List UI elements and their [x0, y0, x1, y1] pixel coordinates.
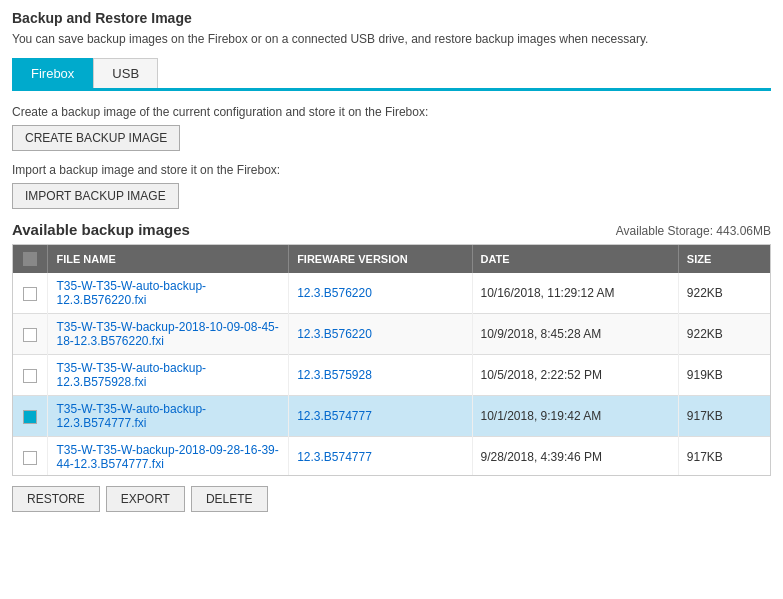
import-backup-button[interactable]: IMPORT BACKUP IMAGE [12, 183, 179, 209]
restore-button[interactable]: RESTORE [12, 486, 100, 512]
import-section-label: Import a backup image and store it on th… [12, 163, 771, 177]
tab-usb[interactable]: USB [93, 58, 158, 88]
row-checkbox[interactable] [23, 369, 37, 383]
row-filename: T35-W-T35-W-backup-2018-10-09-08-45-18-1… [48, 314, 289, 355]
row-firmware: 12.3.B574777 [289, 437, 472, 475]
available-storage: Available Storage: 443.06MB [616, 224, 771, 238]
row-checkbox-cell[interactable] [13, 355, 48, 396]
available-header: Available backup images Available Storag… [12, 221, 771, 238]
row-filename: T35-W-T35-W-auto-backup-12.3.B575928.fxi [48, 355, 289, 396]
row-checkbox-cell[interactable] [13, 314, 48, 355]
header-filename: FILE NAME [48, 245, 289, 273]
backup-table: FILE NAME FIREWARE VERSION DATE SIZE T35… [13, 245, 770, 475]
row-date: 9/28/2018, 4:39:46 PM [472, 437, 678, 475]
backup-table-wrapper: FILE NAME FIREWARE VERSION DATE SIZE T35… [12, 244, 771, 476]
row-checkbox-cell[interactable] [13, 437, 48, 475]
row-checkbox[interactable] [23, 328, 37, 342]
create-section-label: Create a backup image of the current con… [12, 105, 771, 119]
row-date: 10/9/2018, 8:45:28 AM [472, 314, 678, 355]
backup-table-body: T35-W-T35-W-auto-backup-12.3.B576220.fxi… [13, 273, 770, 475]
firmware-link[interactable]: 12.3.B576220 [297, 286, 372, 300]
bottom-buttons: RESTORE EXPORT DELETE [12, 486, 771, 512]
firmware-link[interactable]: 12.3.B574777 [297, 409, 372, 423]
row-checkbox-cell[interactable] [13, 396, 48, 437]
filename-link[interactable]: T35-W-T35-W-backup-2018-09-28-16-39-44-1… [56, 443, 278, 471]
row-filename: T35-W-T35-W-auto-backup-12.3.B576220.fxi [48, 273, 289, 314]
row-date: 10/5/2018, 2:22:52 PM [472, 355, 678, 396]
firmware-link[interactable]: 12.3.B574777 [297, 450, 372, 464]
available-title: Available backup images [12, 221, 190, 238]
page-title: Backup and Restore Image [12, 10, 771, 26]
create-backup-button[interactable]: CREATE BACKUP IMAGE [12, 125, 180, 151]
row-filename: T35-W-T35-W-backup-2018-09-28-16-39-44-1… [48, 437, 289, 475]
export-button[interactable]: EXPORT [106, 486, 185, 512]
row-size: 922KB [678, 314, 770, 355]
header-checkbox-icon[interactable] [23, 252, 37, 266]
row-firmware: 12.3.B575928 [289, 355, 472, 396]
page-container: Backup and Restore Image You can save ba… [0, 0, 783, 522]
tab-firebox[interactable]: Firebox [12, 58, 93, 88]
delete-button[interactable]: DELETE [191, 486, 268, 512]
filename-link[interactable]: T35-W-T35-W-auto-backup-12.3.B575928.fxi [56, 361, 206, 389]
table-row[interactable]: T35-W-T35-W-backup-2018-09-28-16-39-44-1… [13, 437, 770, 475]
table-row[interactable]: T35-W-T35-W-auto-backup-12.3.B574777.fxi… [13, 396, 770, 437]
row-date: 10/16/2018, 11:29:12 AM [472, 273, 678, 314]
row-checkbox[interactable] [23, 287, 37, 301]
row-date: 10/1/2018, 9:19:42 AM [472, 396, 678, 437]
filename-link[interactable]: T35-W-T35-W-auto-backup-12.3.B576220.fxi [56, 279, 206, 307]
row-size: 917KB [678, 396, 770, 437]
header-size: SIZE [678, 245, 770, 273]
row-size: 917KB [678, 437, 770, 475]
table-row[interactable]: T35-W-T35-W-backup-2018-10-09-08-45-18-1… [13, 314, 770, 355]
table-scroll-area[interactable]: FILE NAME FIREWARE VERSION DATE SIZE T35… [13, 245, 770, 475]
table-row[interactable]: T35-W-T35-W-auto-backup-12.3.B575928.fxi… [13, 355, 770, 396]
firmware-link[interactable]: 12.3.B575928 [297, 368, 372, 382]
header-firmware: FIREWARE VERSION [289, 245, 472, 273]
header-checkbox-cell[interactable] [13, 245, 48, 273]
firmware-link[interactable]: 12.3.B576220 [297, 327, 372, 341]
filename-link[interactable]: T35-W-T35-W-auto-backup-12.3.B574777.fxi [56, 402, 206, 430]
row-firmware: 12.3.B574777 [289, 396, 472, 437]
row-checkbox-cell[interactable] [13, 273, 48, 314]
row-firmware: 12.3.B576220 [289, 273, 472, 314]
header-date: DATE [472, 245, 678, 273]
filename-link[interactable]: T35-W-T35-W-backup-2018-10-09-08-45-18-1… [56, 320, 278, 348]
row-checkbox[interactable] [23, 410, 37, 424]
row-filename: T35-W-T35-W-auto-backup-12.3.B574777.fxi [48, 396, 289, 437]
table-row[interactable]: T35-W-T35-W-auto-backup-12.3.B576220.fxi… [13, 273, 770, 314]
tabs-row: Firebox USB [12, 58, 771, 91]
page-description: You can save backup images on the Firebo… [12, 32, 771, 46]
row-size: 922KB [678, 273, 770, 314]
row-firmware: 12.3.B576220 [289, 314, 472, 355]
table-header: FILE NAME FIREWARE VERSION DATE SIZE [13, 245, 770, 273]
row-checkbox[interactable] [23, 451, 37, 465]
row-size: 919KB [678, 355, 770, 396]
